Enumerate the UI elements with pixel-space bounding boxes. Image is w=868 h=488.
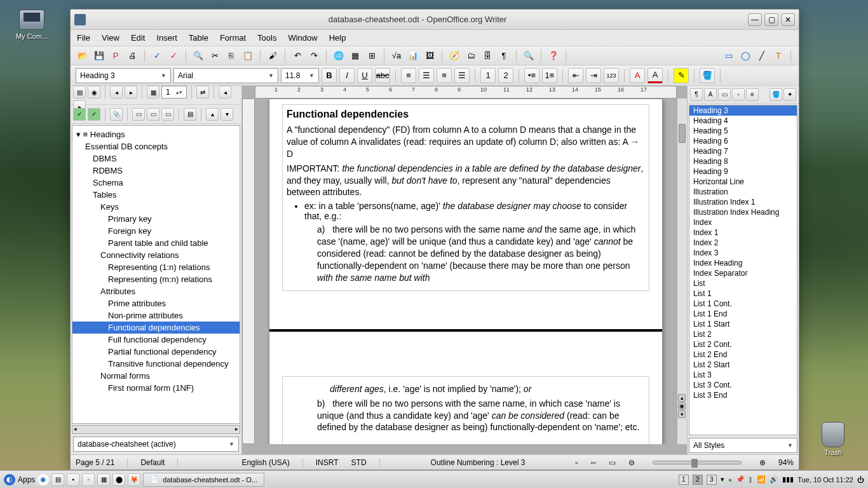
- paragraph-style-combo[interactable]: Heading 3 ▼: [76, 68, 171, 83]
- rect-icon[interactable]: ▭: [722, 49, 736, 63]
- styles-filter-combo[interactable]: All Styles ▼: [689, 438, 797, 453]
- font-size-combo[interactable]: 11.8 ▼: [281, 68, 319, 83]
- styles-list[interactable]: Heading 3Heading 4Heading 5Heading 6Head…: [689, 105, 797, 435]
- menu-tools[interactable]: Tools: [257, 33, 276, 43]
- tray-bluetooth-icon[interactable]: ᛒ: [749, 476, 753, 484]
- style-item[interactable]: Index 1: [689, 227, 797, 238]
- nonprint-icon[interactable]: ¶: [497, 49, 511, 63]
- format-paint-icon[interactable]: 🖌: [266, 49, 280, 63]
- tray-arrow-icon[interactable]: ▾: [721, 475, 724, 484]
- tree-item[interactable]: Tables: [72, 189, 240, 201]
- style-item[interactable]: List 3 Cont.: [689, 380, 797, 390]
- document-scroll[interactable]: Functional dependencies A "functional de…: [255, 98, 677, 444]
- indent-button[interactable]: ⇥: [586, 68, 601, 83]
- style-item[interactable]: List 3: [689, 370, 797, 380]
- nav-check2-icon[interactable]: ✓: [88, 108, 100, 121]
- align-right-button[interactable]: ≡: [437, 68, 452, 83]
- text-icon[interactable]: T: [771, 49, 785, 63]
- tray-power-icon[interactable]: ⏻: [857, 476, 864, 484]
- style-item[interactable]: Heading 5: [689, 126, 797, 136]
- nav-down-icon[interactable]: ▾: [220, 108, 233, 121]
- view-single-icon[interactable]: ▫: [575, 458, 578, 467]
- style-item[interactable]: List 2 Start: [689, 360, 797, 370]
- tree-item[interactable]: Representing (m:n) relations: [72, 273, 240, 285]
- tree-item[interactable]: Connectivity relations: [72, 249, 240, 261]
- workspace-1[interactable]: 1: [679, 475, 689, 485]
- new-style-icon[interactable]: ✦: [783, 88, 796, 101]
- style-item[interactable]: Illustration Index Heading: [689, 207, 797, 217]
- menu-edit[interactable]: Edit: [131, 33, 145, 43]
- nav-prev-icon[interactable]: ◂: [110, 86, 123, 98]
- tree-item[interactable]: DBMS: [72, 152, 240, 165]
- char-styles-icon[interactable]: A: [704, 88, 717, 101]
- bg-color-button[interactable]: 🪣: [700, 68, 715, 83]
- vertical-ruler[interactable]: [242, 98, 255, 444]
- clock[interactable]: Tue, 10 Oct 11:22: [797, 476, 853, 484]
- align-justify-button[interactable]: ☰: [454, 68, 470, 83]
- horizontal-ruler[interactable]: 1234567891011121314151617: [255, 86, 677, 98]
- menu-window[interactable]: Window: [288, 33, 317, 43]
- nav-anchor-icon[interactable]: 📎: [110, 108, 123, 121]
- navigator-icon[interactable]: 🧭: [447, 49, 461, 63]
- menu-help[interactable]: Help: [329, 33, 346, 43]
- find-icon[interactable]: 🔍: [191, 49, 205, 63]
- close-button[interactable]: ✕: [781, 13, 795, 26]
- view-book-icon[interactable]: ▭: [609, 458, 616, 467]
- tree-item[interactable]: Foreign key: [72, 225, 240, 237]
- fill-format-icon[interactable]: 🪣: [770, 88, 782, 101]
- nav-page-spin[interactable]: 1 ▴▾: [161, 86, 187, 98]
- grid-icon[interactable]: ⊞: [365, 49, 379, 63]
- navigator-tree[interactable]: ▾ ≡ Headings Essential DB conceptsDBMSRD…: [72, 125, 240, 424]
- list-styles-icon[interactable]: ≡: [746, 88, 759, 101]
- tray-pin-icon[interactable]: 📌: [736, 475, 745, 484]
- start-button[interactable]: ◐: [4, 474, 15, 485]
- tray-volume-icon[interactable]: 🔊: [770, 475, 778, 484]
- nav-toggle-icon[interactable]: ▤: [73, 86, 86, 98]
- spellcheck-icon[interactable]: ✓: [150, 49, 164, 63]
- bold-button[interactable]: B: [322, 68, 337, 83]
- nav-header-icon[interactable]: ▭: [132, 108, 145, 121]
- style-item[interactable]: List 1 Start: [689, 319, 797, 329]
- zoom-out-button[interactable]: ⊖: [628, 458, 635, 467]
- style-item[interactable]: Heading 7: [689, 146, 797, 156]
- status-style[interactable]: Default: [140, 458, 178, 467]
- style-item[interactable]: List 2: [689, 329, 797, 339]
- style-item[interactable]: Index 3: [689, 248, 797, 258]
- style-item[interactable]: Heading 3: [689, 105, 797, 116]
- num-format-button[interactable]: 123: [604, 68, 619, 83]
- style-item[interactable]: List 1: [689, 288, 797, 299]
- formula-icon[interactable]: √a: [390, 49, 403, 63]
- tree-item[interactable]: Functional dependencies: [72, 322, 240, 334]
- style-item[interactable]: List 1 End: [689, 309, 797, 319]
- redo-icon[interactable]: ↷: [307, 49, 321, 63]
- app-icon[interactable]: ⬤: [112, 473, 125, 486]
- align-center-button[interactable]: ☰: [419, 68, 434, 83]
- outdent-button[interactable]: ⇤: [568, 68, 583, 83]
- tree-item[interactable]: Schema: [72, 177, 240, 189]
- menu-table[interactable]: Table: [189, 33, 208, 43]
- highlight2-button[interactable]: ✎: [674, 68, 689, 83]
- tree-item[interactable]: Representing (1:n) relations: [72, 261, 240, 273]
- cut-icon[interactable]: ✂: [208, 49, 222, 63]
- nav-outline-icon[interactable]: ▤: [184, 108, 196, 121]
- style-item[interactable]: Heading 8: [689, 156, 797, 166]
- frame-styles-icon[interactable]: ▭: [718, 88, 731, 101]
- style-item[interactable]: Index: [689, 217, 797, 227]
- status-selection[interactable]: STD: [351, 458, 380, 467]
- tree-item[interactable]: Primary key: [72, 213, 240, 225]
- workspace-2[interactable]: 2: [693, 475, 703, 485]
- ellipse-icon[interactable]: ◯: [738, 49, 752, 63]
- navigator-doc-combo[interactable]: database-cheatsheet (active) ▼: [73, 437, 239, 452]
- document-page[interactable]: Functional dependencies A "functional de…: [269, 98, 663, 444]
- linespacing-2-button[interactable]: 2: [498, 68, 513, 83]
- nav-up-icon[interactable]: ▴: [206, 108, 219, 121]
- open-icon[interactable]: 📂: [76, 49, 90, 63]
- taskbar-window-button[interactable]: 📄 database-cheatsheet.odt - O...: [143, 473, 264, 487]
- desktop-icon-trash[interactable]: Trash: [817, 422, 849, 456]
- tray-network-icon[interactable]: 📶: [757, 475, 766, 484]
- tree-item[interactable]: Full functional dependency: [72, 334, 240, 346]
- tree-item[interactable]: Prime attributes: [72, 297, 240, 309]
- style-item[interactable]: Index Separator: [689, 268, 797, 278]
- style-item[interactable]: List 2 Cont.: [689, 339, 797, 349]
- pdf-icon[interactable]: P: [109, 49, 123, 63]
